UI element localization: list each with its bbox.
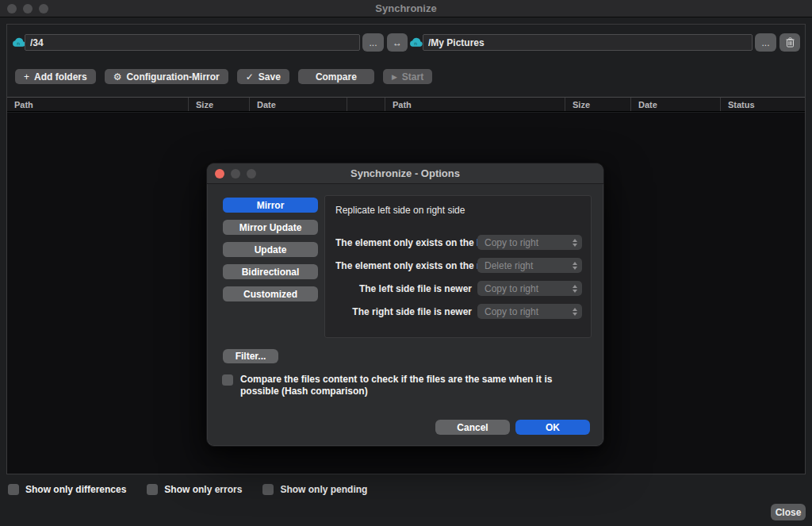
- chevron-up-down-icon: [573, 239, 577, 247]
- checkbox-icon: [222, 374, 233, 386]
- mode-settings-panel: Replicate left side on right side The el…: [324, 195, 592, 338]
- column-header-status[interactable]: Status: [721, 98, 805, 111]
- add-folders-button[interactable]: + Add folders: [15, 69, 96, 84]
- rule-row-left-newer: The left side file is newer Copy to righ…: [335, 281, 582, 296]
- mode-mirror-update-button[interactable]: Mirror Update: [223, 220, 318, 235]
- swap-paths-button[interactable]: ↔: [387, 33, 408, 52]
- mode-bidirectional-button[interactable]: Bidirectional: [223, 264, 318, 279]
- cancel-button[interactable]: Cancel: [435, 420, 510, 435]
- plus-icon: +: [24, 71, 29, 83]
- close-button[interactable]: Close: [771, 504, 806, 520]
- hash-comparison-checkbox[interactable]: Compare the files content to check if th…: [222, 374, 588, 397]
- right-only-action-select[interactable]: Delete right: [477, 258, 582, 273]
- rule-row-right-newer: The right side file is newer Copy to rig…: [335, 304, 582, 319]
- show-only-differences-checkbox[interactable]: Show only differences: [8, 484, 126, 495]
- column-header-right-size[interactable]: Size: [565, 98, 631, 111]
- play-icon: ▶: [392, 73, 397, 81]
- right-browse-button[interactable]: ...: [755, 33, 776, 52]
- chevron-up-down-icon: [573, 285, 577, 293]
- show-only-errors-checkbox[interactable]: Show only errors: [147, 484, 242, 495]
- right-path-input[interactable]: [423, 34, 753, 51]
- options-dialog: Synchronize - Options Mirror Mirror Upda…: [206, 163, 604, 447]
- mode-customized-button[interactable]: Customized: [223, 286, 318, 301]
- rule-row-left-only: The element only exists on the left si C…: [335, 235, 582, 250]
- left-path-input[interactable]: [25, 34, 360, 51]
- footer-filters: Show only differences Show only errors S…: [8, 484, 367, 495]
- svg-text:n: n: [414, 40, 417, 46]
- show-only-pending-checkbox[interactable]: Show only pending: [262, 484, 367, 495]
- window-title: Synchronize: [0, 2, 812, 14]
- column-header-left-size[interactable]: Size: [189, 98, 250, 111]
- trash-icon: [786, 37, 795, 48]
- column-header-right-path[interactable]: Path: [385, 98, 565, 111]
- filter-button[interactable]: Filter...: [223, 349, 278, 363]
- column-header-right-date[interactable]: Date: [631, 98, 721, 111]
- column-header-action[interactable]: [347, 98, 385, 111]
- column-header-left-date[interactable]: Date: [250, 98, 347, 111]
- start-button[interactable]: ▶ Start: [383, 69, 432, 84]
- delete-pair-button[interactable]: [779, 33, 800, 52]
- configuration-button[interactable]: ⚙ Configuration-Mirror: [105, 69, 228, 84]
- chevron-up-down-icon: [573, 262, 577, 270]
- main-titlebar: Synchronize: [0, 0, 812, 17]
- dialog-titlebar: Synchronize - Options: [207, 163, 603, 184]
- save-button[interactable]: ✓ Save: [237, 69, 289, 84]
- toolbar: + Add folders ⚙ Configuration-Mirror ✓ S…: [15, 69, 432, 84]
- compare-button[interactable]: Compare: [298, 69, 374, 84]
- left-browse-button[interactable]: ...: [362, 33, 384, 52]
- mode-mirror-button[interactable]: Mirror: [223, 198, 318, 213]
- ok-button[interactable]: OK: [515, 420, 590, 435]
- mode-update-button[interactable]: Update: [223, 242, 318, 257]
- paths-row: n ... ↔ n ...: [7, 33, 805, 51]
- left-newer-action-select[interactable]: Copy to right: [477, 281, 582, 296]
- dialog-actions: Cancel OK: [435, 420, 590, 435]
- svg-text:n: n: [17, 40, 20, 46]
- dialog-title: Synchronize - Options: [207, 167, 603, 179]
- table-header: Path Size Date Path Size Date Status: [7, 97, 805, 112]
- gear-icon: ⚙: [113, 71, 122, 83]
- right-cloud-icon: n: [409, 37, 423, 48]
- checkbox-icon: [147, 484, 158, 495]
- chevron-up-down-icon: [573, 308, 577, 316]
- mode-description: Replicate left side on right side: [335, 205, 582, 216]
- checkbox-icon: [262, 484, 274, 495]
- checkbox-icon: [8, 484, 19, 495]
- left-only-action-select[interactable]: Copy to right: [477, 235, 582, 250]
- rule-row-right-only: The element only exists on the right s D…: [335, 258, 582, 273]
- checkmark-icon: ✓: [246, 71, 254, 83]
- column-header-left-path[interactable]: Path: [7, 98, 189, 111]
- right-newer-action-select[interactable]: Copy to right: [477, 304, 582, 319]
